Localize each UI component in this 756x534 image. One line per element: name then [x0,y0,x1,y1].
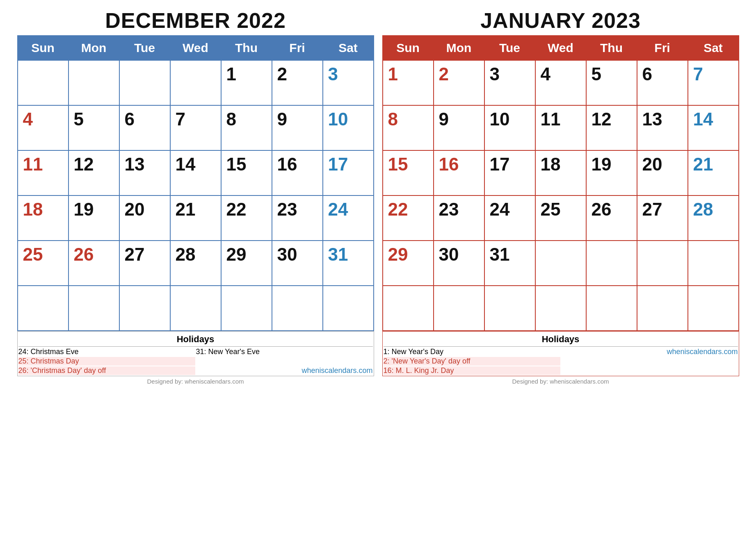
table-row: 31 [323,241,374,286]
table-row: 28 [688,195,739,241]
table-row: 18 [535,150,586,195]
list-item: 1: New Year's Day [384,348,560,356]
table-row: 15 [383,150,434,195]
table-row: 2 [272,60,323,105]
jan-header-thu: Thu [586,36,637,60]
table-row [586,241,637,286]
list-item: wheniscalendars.com [196,366,373,375]
table-row: 14 [170,150,221,195]
table-row: 5 [69,105,119,150]
list-item: 2: 'New Year's Day' day off [384,357,560,366]
table-row [688,241,739,286]
list-item: 16: M. L. King Jr. Day [384,366,560,375]
list-item [561,357,738,366]
calendars-container: DECEMBER 2022 Sun Mon Tue Wed Thu Fri Sa… [12,8,744,385]
december-holidays: Holidays 24: Christmas Eve31: New Year's… [17,331,374,376]
table-row [637,241,688,286]
table-row: 9 [272,105,323,150]
january-calendar: JANUARY 2023 Sun Mon Tue Wed Thu Fri Sat… [382,8,739,385]
table-row: 6 [119,105,170,150]
table-row: 10 [323,105,374,150]
table-row [484,286,535,331]
table-row: 19 [69,195,119,241]
table-row [69,60,119,105]
table-row: 10 [484,105,535,150]
table-row: 9 [434,105,484,150]
table-row: 6 [637,60,688,105]
table-row: 18 [18,195,69,241]
table-row [119,60,170,105]
table-row [69,286,119,331]
table-row: 28 [170,241,221,286]
table-row: 25 [18,241,69,286]
table-row: 15 [221,150,272,195]
table-row: 19 [586,150,637,195]
table-row: 29 [383,241,434,286]
table-row [18,60,69,105]
table-row: 27 [119,241,170,286]
table-row: 14 [688,105,739,150]
table-row: 25 [535,195,586,241]
table-row: 1 [221,60,272,105]
table-row: 16 [434,150,484,195]
table-row: 1 [383,60,434,105]
jan-header-sun: Sun [383,36,434,60]
table-row: 26 [69,241,119,286]
table-row [221,286,272,331]
table-row: 13 [119,150,170,195]
table-row: 8 [383,105,434,150]
table-row: 2 [434,60,484,105]
table-row: 29 [221,241,272,286]
jan-header-wed: Wed [535,36,586,60]
dec-header-wed: Wed [170,36,221,60]
table-row: 20 [637,150,688,195]
table-row: 3 [323,60,374,105]
dec-header-tue: Tue [119,36,170,60]
table-row [535,241,586,286]
table-row: 16 [272,150,323,195]
table-row: 20 [119,195,170,241]
december-calendar: DECEMBER 2022 Sun Mon Tue Wed Thu Fri Sa… [17,8,374,385]
table-row: 17 [323,150,374,195]
dec-header-mon: Mon [69,36,119,60]
table-row [323,286,374,331]
table-row: 11 [535,105,586,150]
jan-header-mon: Mon [434,36,484,60]
list-item: 25: Christmas Day [18,357,195,366]
dec-header-fri: Fri [272,36,323,60]
jan-header-fri: Fri [637,36,688,60]
dec-holidays-header: Holidays [18,332,373,347]
table-row [119,286,170,331]
table-row: 4 [18,105,69,150]
table-row [383,286,434,331]
jan-holidays-header: Holidays [384,332,738,347]
table-row [535,286,586,331]
table-row: 12 [586,105,637,150]
table-row: 12 [69,150,119,195]
dec-header-thu: Thu [221,36,272,60]
table-row: 30 [272,241,323,286]
table-row [586,286,637,331]
table-row: 24 [484,195,535,241]
table-row: 4 [535,60,586,105]
table-row [637,286,688,331]
table-row: 22 [221,195,272,241]
table-row [170,286,221,331]
january-holidays: Holidays 1: New Year's Daywheniscalendar… [382,331,739,376]
jan-designer-credit: Designed by: wheniscalendars.com [382,378,739,385]
table-row: 8 [221,105,272,150]
table-row: 21 [170,195,221,241]
table-row [272,286,323,331]
table-row: 3 [484,60,535,105]
january-title: JANUARY 2023 [382,8,739,33]
table-row: 26 [586,195,637,241]
december-title: DECEMBER 2022 [17,8,374,33]
table-row: 31 [484,241,535,286]
list-item: 24: Christmas Eve [18,348,195,356]
table-row [18,286,69,331]
list-item: 31: New Year's Eve [196,348,373,356]
table-row: 7 [170,105,221,150]
january-grid: Sun Mon Tue Wed Thu Fri Sat 123456789101… [382,35,739,331]
table-row: 21 [688,150,739,195]
table-row: 7 [688,60,739,105]
